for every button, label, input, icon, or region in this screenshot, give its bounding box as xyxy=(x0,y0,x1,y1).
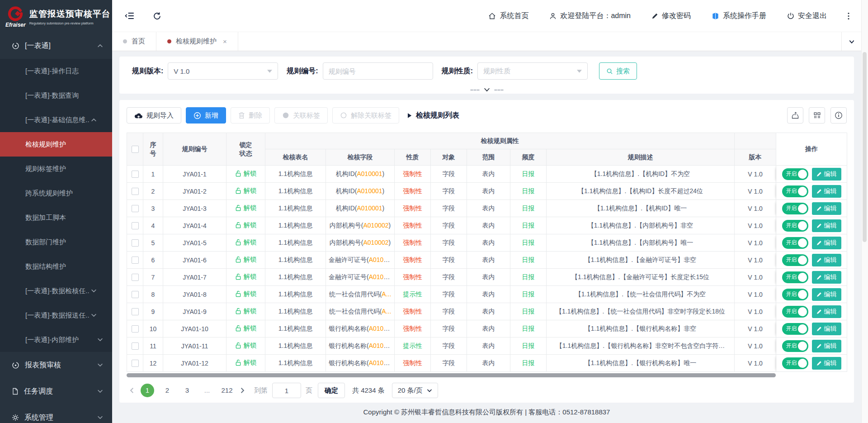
play-icon xyxy=(407,113,412,119)
enable-toggle[interactable]: 开启 xyxy=(782,168,808,180)
sidebar-item-跨系统规则维护[interactable]: 跨系统规则维护 xyxy=(0,181,112,205)
sidebar-item-数据部门维护[interactable]: 数据部门维护 xyxy=(0,230,112,254)
tab-首页[interactable]: 首页 xyxy=(112,32,156,51)
row-checkbox[interactable] xyxy=(132,222,139,229)
filter-collapse-toggle[interactable] xyxy=(470,87,503,92)
info-button[interactable] xyxy=(830,107,847,124)
edit-button[interactable]: 编辑 xyxy=(812,237,841,249)
enable-toggle[interactable]: 开启 xyxy=(782,340,808,352)
select-all-checkbox[interactable] xyxy=(132,146,139,153)
enable-toggle[interactable]: 开启 xyxy=(782,289,808,300)
cell-check-table: 1.1机构信息 xyxy=(265,337,326,355)
topbar-item-label: 系统操作手册 xyxy=(723,11,766,21)
tab-close-icon[interactable]: × xyxy=(223,38,227,45)
sidebar-item-规则标签维护[interactable]: 规则标签维护 xyxy=(0,157,112,181)
cell-check-field: 银行机构名称(A0100... xyxy=(326,355,395,372)
row-checkbox[interactable] xyxy=(132,171,139,178)
export-button[interactable] xyxy=(787,107,803,124)
enable-toggle[interactable]: 开启 xyxy=(782,237,808,249)
row-checkbox-cell xyxy=(127,320,143,337)
edit-button-label: 编辑 xyxy=(824,239,837,247)
horizontal-scrollbar[interactable] xyxy=(127,373,776,377)
page-number-2[interactable]: 2 xyxy=(160,384,174,397)
refresh-button[interactable] xyxy=(153,12,161,20)
edit-button[interactable]: 编辑 xyxy=(812,323,841,335)
row-checkbox[interactable] xyxy=(132,257,139,264)
sidebar-item--一表通-操作日志[interactable]: [一表通]-操作日志 xyxy=(0,59,112,83)
row-checkbox[interactable] xyxy=(132,291,139,298)
sidebar-item--一表通-数据报送任-[interactable]: [一表通]-数据报送任.. xyxy=(0,303,112,328)
tab-检核规则维护[interactable]: 检核规则维护× xyxy=(156,32,238,51)
sidebar-item-系统管理[interactable]: 系统管理 xyxy=(0,404,112,423)
next-page-button[interactable] xyxy=(237,387,248,394)
edit-button[interactable]: 编辑 xyxy=(812,219,841,232)
row-checkbox[interactable] xyxy=(132,205,139,212)
edit-button-label: 编辑 xyxy=(824,308,837,316)
unlink-tag-button[interactable]: 解除关联标签 xyxy=(332,107,399,124)
enable-toggle[interactable]: 开启 xyxy=(782,220,808,232)
rule-code-input[interactable] xyxy=(323,62,433,80)
prev-page-button[interactable] xyxy=(127,387,137,394)
row-checkbox[interactable] xyxy=(132,188,139,195)
topbar-item-user[interactable]: 欢迎登陆平台：admin xyxy=(549,11,631,21)
sidebar-item--一表通-数据查询[interactable]: [一表通]-数据查询 xyxy=(0,83,112,108)
tabs-collapse-button[interactable] xyxy=(841,32,861,51)
rule-version-select[interactable]: V 1.0 xyxy=(168,62,278,80)
row-checkbox[interactable] xyxy=(132,360,139,367)
more-options-button[interactable] xyxy=(848,12,849,20)
table-row-JYA01-11: 11JYA01-11解锁1.1机构信息银行机构名称(A0100...提示性字段表… xyxy=(127,337,847,355)
edit-pencil-icon xyxy=(816,275,822,280)
sidebar-item-检核规则维护[interactable]: 检核规则维护 xyxy=(0,132,112,157)
sidebar-item--一表通-内部维护[interactable]: [一表通]-内部维护 xyxy=(0,328,112,352)
rule-nature-select[interactable]: 规则性质 xyxy=(477,62,588,80)
sidebar-item--一表通-数据检核任-[interactable]: [一表通]-数据检核任.. xyxy=(0,279,112,303)
sidebar-item-任务调度[interactable]: 任务调度 xyxy=(0,378,112,404)
edit-button[interactable]: 编辑 xyxy=(812,305,841,318)
enable-toggle[interactable]: 开启 xyxy=(782,203,808,214)
vertical-scrollbar[interactable] xyxy=(861,0,868,423)
topbar-item-pencil[interactable]: 修改密码 xyxy=(651,11,691,21)
topbar-item-power[interactable]: 安全退出 xyxy=(787,11,827,21)
per-page-select[interactable]: 20 条/页 xyxy=(392,383,438,398)
enable-toggle[interactable]: 开启 xyxy=(782,306,808,318)
topbar-item-home[interactable]: 系统首页 xyxy=(488,11,528,21)
search-button[interactable]: 搜索 xyxy=(599,62,637,80)
sidebar-item--一表通-[interactable]: [一表通] xyxy=(0,33,112,59)
edit-button[interactable]: 编辑 xyxy=(812,254,841,266)
edit-button[interactable]: 编辑 xyxy=(812,185,841,198)
edit-button[interactable]: 编辑 xyxy=(812,340,841,352)
edit-button[interactable]: 编辑 xyxy=(812,168,841,181)
topbar-item-book[interactable]: 系统操作手册 xyxy=(712,11,766,21)
sidebar-item-报表预审核[interactable]: 报表预审核 xyxy=(0,352,112,378)
sidebar-item--一表通-基础信息维-[interactable]: [一表通]-基础信息维.. xyxy=(0,108,112,132)
sidebar-item-数据加工脚本[interactable]: 数据加工脚本 xyxy=(0,205,112,230)
page-number-212[interactable]: 212 xyxy=(220,384,234,397)
goto-confirm-button[interactable]: 确定 xyxy=(318,383,345,398)
row-checkbox[interactable] xyxy=(132,274,139,281)
sidebar-item-数据结构维护[interactable]: 数据结构维护 xyxy=(0,254,112,279)
enable-toggle[interactable]: 开启 xyxy=(782,357,808,369)
add-button[interactable]: 新增 xyxy=(186,107,226,124)
edit-button[interactable]: 编辑 xyxy=(812,271,841,284)
unlock-icon xyxy=(235,204,241,211)
delete-button[interactable]: 删除 xyxy=(231,107,270,124)
enable-toggle[interactable]: 开启 xyxy=(782,271,808,283)
page-number-3[interactable]: 3 xyxy=(180,384,194,397)
edit-button[interactable]: 编辑 xyxy=(812,202,841,215)
sidebar-collapse-button[interactable] xyxy=(125,12,135,20)
link-tag-button[interactable]: 关联标签 xyxy=(274,107,328,124)
scrollbar-thumb[interactable] xyxy=(863,52,867,242)
goto-page-input[interactable] xyxy=(272,383,301,398)
row-checkbox[interactable] xyxy=(132,239,139,247)
row-checkbox[interactable] xyxy=(132,325,139,333)
edit-button[interactable]: 编辑 xyxy=(812,357,841,370)
enable-toggle[interactable]: 开启 xyxy=(782,185,808,197)
enable-toggle[interactable]: 开启 xyxy=(782,323,808,335)
edit-button[interactable]: 编辑 xyxy=(812,288,841,301)
import-rules-button[interactable]: 规则导入 xyxy=(127,107,181,124)
columns-config-button[interactable] xyxy=(809,107,825,124)
page-number-1[interactable]: 1 xyxy=(141,384,154,397)
row-checkbox[interactable] xyxy=(132,308,139,315)
row-checkbox[interactable] xyxy=(132,342,139,350)
enable-toggle[interactable]: 开启 xyxy=(782,254,808,266)
